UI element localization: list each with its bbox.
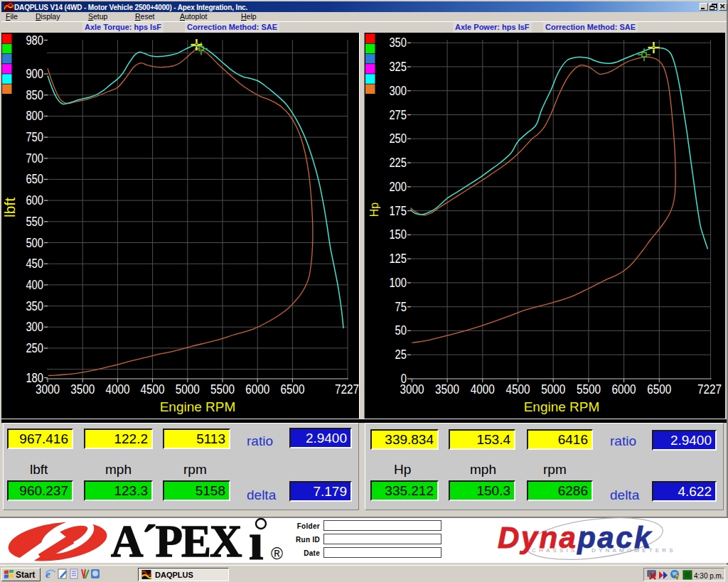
svg-text:Engine RPM: Engine RPM — [524, 399, 600, 414]
svg-text:300: 300 — [389, 84, 407, 98]
svg-text:900: 900 — [26, 67, 43, 81]
svg-text:Engine RPM: Engine RPM — [160, 399, 236, 414]
svg-text:3000: 3000 — [400, 382, 424, 397]
svg-text:25: 25 — [395, 347, 407, 362]
svg-text:175: 175 — [389, 204, 407, 218]
svg-text:5500: 5500 — [210, 382, 235, 397]
svg-text:6000: 6000 — [612, 382, 636, 397]
svg-text:Hp: Hp — [368, 203, 380, 217]
svg-text:75: 75 — [395, 300, 407, 314]
svg-text:5000: 5000 — [176, 382, 200, 397]
svg-text:980: 980 — [26, 33, 43, 48]
svg-text:800: 800 — [26, 109, 43, 123]
svg-text:500: 500 — [26, 236, 43, 250]
svg-text:150: 150 — [389, 227, 407, 242]
svg-text:200: 200 — [389, 180, 407, 194]
svg-text:700: 700 — [26, 151, 43, 166]
svg-text:350: 350 — [26, 299, 43, 313]
svg-text:5500: 5500 — [577, 382, 601, 397]
svg-text:400: 400 — [26, 278, 43, 292]
svg-text:250: 250 — [26, 341, 43, 355]
svg-text:3500: 3500 — [435, 382, 459, 397]
svg-text:275: 275 — [389, 108, 407, 122]
svg-text:450: 450 — [26, 257, 43, 271]
svg-text:6000: 6000 — [245, 382, 269, 397]
svg-text:4000: 4000 — [471, 382, 495, 397]
svg-text:550: 550 — [26, 215, 43, 229]
svg-text:3000: 3000 — [36, 382, 60, 397]
svg-text:650: 650 — [26, 172, 43, 186]
svg-text:600: 600 — [26, 193, 43, 208]
svg-text:350: 350 — [389, 36, 407, 50]
svg-text:5000: 5000 — [541, 382, 565, 397]
svg-text:6500: 6500 — [280, 382, 304, 397]
svg-text:A´PEX: A´PEX — [111, 517, 242, 563]
svg-text:DYNAMOMETERS: DYNAMOMETERS — [592, 547, 676, 554]
svg-text:7227: 7227 — [697, 382, 722, 397]
svg-text:3500: 3500 — [70, 382, 95, 397]
svg-text:850: 850 — [26, 88, 43, 102]
svg-text:250: 250 — [389, 131, 407, 146]
svg-text:4500: 4500 — [141, 382, 165, 397]
svg-text:50: 50 — [395, 323, 407, 338]
svg-text:300: 300 — [26, 320, 43, 334]
svg-text:125: 125 — [389, 252, 407, 266]
svg-text:750: 750 — [26, 130, 43, 144]
svg-text:325: 325 — [389, 60, 407, 74]
svg-text:225: 225 — [389, 156, 407, 170]
svg-text:CHASSIS: CHASSIS — [532, 547, 578, 554]
svg-text:7227: 7227 — [335, 382, 359, 397]
svg-text:®: ® — [271, 544, 283, 563]
svg-text:100: 100 — [389, 276, 407, 290]
svg-text:6500: 6500 — [647, 382, 671, 397]
svg-text:4000: 4000 — [105, 382, 129, 397]
svg-text:lbft: lbft — [1, 198, 18, 217]
svg-text:4500: 4500 — [506, 382, 530, 397]
